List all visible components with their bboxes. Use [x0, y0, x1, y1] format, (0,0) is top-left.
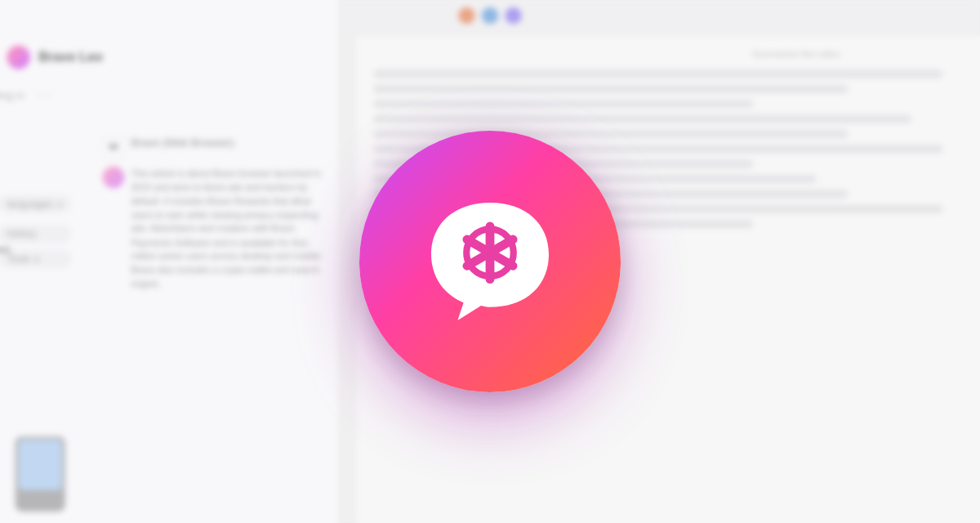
logo-container	[359, 131, 621, 392]
notedeck-logo-svg	[416, 188, 564, 335]
logo-circle	[359, 131, 621, 392]
chat-icon	[416, 188, 564, 335]
